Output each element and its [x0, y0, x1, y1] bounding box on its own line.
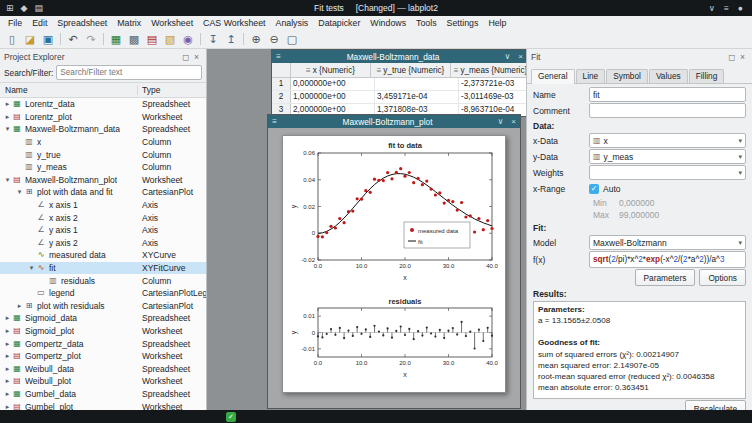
spreadsheet-window-titlebar[interactable]: ≡ Maxwell-Boltzmann_data ∨ ×	[272, 50, 526, 63]
weights-select[interactable]: ▾	[589, 165, 746, 180]
recalculate-button[interactable]: Recalculate	[685, 400, 746, 410]
tree-item-lorentz-plot[interactable]: ▸▤Lorentz_plotWorksheet	[0, 111, 206, 124]
name-column-header[interactable]: Name	[0, 85, 138, 95]
collapse-arrow-icon[interactable]: ▾	[15, 188, 24, 196]
tree-item-x[interactable]: ▥xColumn	[0, 136, 206, 149]
window-menu-icon[interactable]: ≡	[272, 52, 285, 61]
tree-item-weibull-data[interactable]: ▸▦Weibull_dataSpreadsheet	[0, 362, 206, 375]
float-dock-icon[interactable]: ◻	[180, 52, 191, 62]
tree-item-legend[interactable]: ▭legendCartesianPlotLegend	[0, 287, 206, 300]
tab-line[interactable]: Line	[576, 69, 606, 83]
residuals-plot[interactable]: 0.010.020.030.040.0-0.0100.01residualsxy	[288, 297, 500, 381]
spreadsheet-cell[interactable]: -2,373721e-03	[459, 78, 526, 90]
worksheet-window-titlebar[interactable]: ≡ Maxwell-Boltzmann_plot ∨ ×	[268, 115, 520, 128]
expand-arrow-icon[interactable]: ▸	[3, 314, 12, 322]
spreadsheet-cell[interactable]: 1,000000e+00	[291, 91, 375, 103]
toolbar-new-notes-button[interactable]: ▧	[161, 31, 179, 47]
tree-item-plot-with-residuals[interactable]: ▸⊞plot with residualsCartesianPlot	[0, 300, 206, 313]
row-number[interactable]: 2	[272, 91, 291, 103]
tab-symbol[interactable]: Symbol	[606, 69, 648, 83]
spreadsheet-window[interactable]: ≡ Maxwell-Boltzmann_data ∨ × ≡x {Numeric…	[271, 49, 526, 117]
expand-arrow-icon[interactable]: ▸	[3, 327, 12, 335]
spreadsheet-cell[interactable]: 0,000000e+00	[291, 78, 375, 90]
toolbar-new-project-button[interactable]: ▯	[3, 31, 21, 47]
menu-spreadsheet[interactable]: Spreadsheet	[52, 18, 112, 28]
y-data-select[interactable]: ▥ y_meas ▾	[589, 149, 746, 164]
expand-arrow-icon[interactable]: ▸	[3, 403, 12, 410]
close-window-icon[interactable]: ×	[514, 52, 526, 61]
expand-arrow-icon[interactable]: ▸	[3, 100, 12, 108]
menu-windows[interactable]: Windows	[365, 18, 411, 28]
toolbar-redo-button[interactable]: ↷	[82, 31, 100, 47]
tab-values[interactable]: Values	[649, 69, 688, 83]
toolbar-undo-button[interactable]: ↶	[64, 31, 82, 47]
x-data-select[interactable]: ▥ x ▾	[589, 133, 746, 148]
tree-item-residuals[interactable]: ▥residualsColumn	[0, 274, 206, 287]
type-column-header[interactable]: Type	[138, 85, 206, 95]
parameters-button[interactable]: Parameters	[635, 269, 696, 286]
menu-file[interactable]: File	[3, 18, 27, 28]
tree-item-y-axis-1[interactable]: ∠y axis 1Axis	[0, 224, 206, 237]
window-menu-icon[interactable]: ≡	[268, 117, 281, 126]
tree-item-x-axis-2[interactable]: ∠x axis 2Axis	[0, 211, 206, 224]
menu-cas-worksheet[interactable]: CAS Worksheet	[198, 18, 270, 28]
name-input[interactable]: fit	[589, 87, 746, 102]
fit-plot[interactable]: 0.010.020.030.040.0-0.0200.020.040.06fit…	[288, 140, 500, 292]
collapse-arrow-icon[interactable]: ▾	[27, 264, 36, 272]
menu-settings[interactable]: Settings	[442, 18, 484, 28]
model-select[interactable]: Maxwell-Boltzmann ▾	[589, 235, 746, 250]
tree-item-maxwell-boltzmann-data[interactable]: ▾▦Maxwell-Boltzmann_dataSpreadsheet	[0, 123, 206, 136]
menu-matrix[interactable]: Matrix	[112, 18, 146, 28]
tree-item-maxwell-boltzmann-plot[interactable]: ▾▤Maxwell-Boltzmann_plotWorksheet	[0, 174, 206, 187]
column-header-x-numeric[interactable]: ≡x {Numeric}	[291, 63, 371, 77]
tree-item-sigmoid-data[interactable]: ▸▦Sigmoid_dataSpreadsheet	[0, 312, 206, 325]
column-header-y-meas-numeric[interactable]: ≡y_meas {Numeric}	[451, 63, 526, 77]
toolbar-open-project-button[interactable]: ◪	[21, 31, 39, 47]
close-dock-icon[interactable]: ×	[191, 52, 202, 62]
collapse-arrow-icon[interactable]: ▾	[3, 176, 12, 184]
toolbar-new-worksheet-button[interactable]: ▤	[143, 31, 161, 47]
tree-item-y-axis-2[interactable]: ∠y axis 2Axis	[0, 237, 206, 250]
tree-item-weibull-plot[interactable]: ▸▤Weibull_plotWorksheet	[0, 375, 206, 388]
tree-item-gumbel-plot[interactable]: ▸▤Gumbel_plotWorksheet	[0, 400, 206, 410]
tree-item-measured-data[interactable]: ∿measured dataXYCurve	[0, 249, 206, 262]
shade-window-icon[interactable]: ∨	[501, 52, 514, 61]
spreadsheet-cell[interactable]: -3,011469e-03	[459, 91, 526, 103]
column-header-y-true-numeric[interactable]: ≡y_true {Numeric}	[371, 63, 451, 77]
close-dock-icon[interactable]: ×	[737, 52, 748, 62]
tree-item-y-meas[interactable]: ▥y_measColumn	[0, 161, 206, 174]
tree-item-plot-with-data-and-fit[interactable]: ▾⊞plot with data and fitCartesianPlot	[0, 186, 206, 199]
menu-datapicker[interactable]: Datapicker	[313, 18, 365, 28]
menu-analysis[interactable]: Analysis	[271, 18, 314, 28]
tree-item-sigmoid-plot[interactable]: ▸▤Sigmoid_plotWorksheet	[0, 325, 206, 338]
toolbar-zoom-out-button[interactable]: ⊖	[265, 31, 283, 47]
tray-notification-icon[interactable]: ✓	[226, 412, 236, 422]
toolbar-new-datapicker-button[interactable]: ◉	[179, 31, 197, 47]
toolbar-fit-page-button[interactable]: ▢	[283, 31, 301, 47]
tree-item-lorentz-data[interactable]: ▸▦Lorentz_dataSpreadsheet	[0, 98, 206, 111]
tree-item-gumbel-data[interactable]: ▸▦Gumbel_dataSpreadsheet	[0, 388, 206, 401]
comment-input[interactable]	[589, 103, 746, 118]
toolbar-new-matrix-button[interactable]: ▩	[125, 31, 143, 47]
expand-arrow-icon[interactable]: ▸	[3, 390, 12, 398]
toolbar-zoom-in-button[interactable]: ⊕	[247, 31, 265, 47]
auto-range-checkbox[interactable]: ✓	[589, 184, 599, 194]
expand-arrow-icon[interactable]: ▸	[3, 352, 12, 360]
tab-general[interactable]: General	[531, 69, 575, 84]
tree-item-gompertz-data[interactable]: ▸▦Gompertz_dataSpreadsheet	[0, 337, 206, 350]
tab-filling[interactable]: Filling	[689, 69, 725, 83]
tree-item-fit[interactable]: ▾∿fitXYFitCurve	[0, 262, 206, 275]
menu-edit[interactable]: Edit	[27, 18, 52, 28]
spreadsheet-corner-cell[interactable]	[272, 63, 291, 77]
options-button[interactable]: Options	[699, 269, 746, 286]
spreadsheet-cell[interactable]: 3,459171e-04	[375, 91, 459, 103]
toolbar-import-button[interactable]: ↧	[204, 31, 222, 47]
menu-tools[interactable]: Tools	[411, 18, 442, 28]
tree-column-headers[interactable]: Name Type	[0, 82, 206, 98]
shade-window-icon[interactable]: ∨	[494, 117, 507, 126]
menu-help[interactable]: Help	[483, 18, 511, 28]
desktop-pager-icon[interactable]: ◆	[21, 3, 28, 13]
spreadsheet-cell[interactable]	[375, 78, 459, 90]
toolbar-save-button[interactable]: ▣	[39, 31, 57, 47]
worksheet-window[interactable]: ≡ Maxwell-Boltzmann_plot ∨ × 0.010.020.0…	[267, 114, 521, 409]
